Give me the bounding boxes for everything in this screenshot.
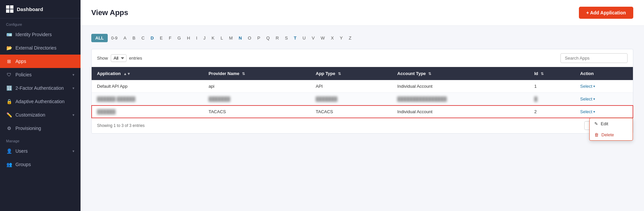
prov-icon: ⚙ (6, 125, 12, 131)
alpha-btn-O[interactable]: O (245, 34, 254, 42)
alpha-btn-M[interactable]: M (226, 34, 235, 42)
delete-menu-item[interactable]: 🗑Delete (590, 129, 633, 140)
sidebar-item-label-users: Users (15, 148, 28, 154)
twofa-icon: 🔢 (6, 85, 12, 91)
sort-icon-apptype: ⇅ (338, 72, 341, 76)
sidebar-item-label-adaptive-auth: Adaptive Authentication (15, 99, 64, 104)
alpha-btn-I[interactable]: I (193, 34, 200, 42)
main-content: View Apps + Add Application ALL 0-9ABCDE… (81, 0, 644, 211)
sort-icon-accounttype: ⇅ (428, 72, 431, 76)
alpha-btn-P[interactable]: P (255, 34, 263, 42)
col-application: Application ▲▼ (92, 67, 203, 80)
policy-icon: 🛡 (6, 72, 12, 78)
page-title: View Apps (91, 8, 128, 17)
sidebar-item-provisioning[interactable]: ⚙Provisioning (0, 122, 81, 135)
sidebar-item-label-provisioning: Provisioning (15, 126, 41, 131)
sidebar-item-label-apps: Apps (15, 59, 26, 64)
cell-app-type: API (310, 80, 392, 93)
col-id: Id ⇅ (529, 67, 575, 80)
select-link-1[interactable]: Select ▾ (580, 96, 595, 101)
alpha-btn-U[interactable]: U (300, 34, 308, 42)
alpha-btn-N[interactable]: N (236, 34, 244, 42)
cell-action: Select ▾✎Edit🗑Delete (575, 105, 633, 118)
delete-label: Delete (601, 132, 614, 137)
sidebar-item-customization[interactable]: ✏️Customization▾ (0, 108, 81, 122)
sidebar-item-policies[interactable]: 🛡Policies▾ (0, 68, 81, 81)
alpha-btn-K[interactable]: K (209, 34, 217, 42)
delete-icon: 🗑 (594, 132, 599, 137)
alpha-btn-T[interactable]: T (291, 34, 299, 42)
select-link-2[interactable]: Select ▾ (580, 109, 595, 114)
alpha-all-button[interactable]: ALL (91, 34, 108, 42)
alpha-btn-R[interactable]: R (273, 34, 282, 42)
table-showing-text: Showing 1 to 3 of 3 entries (97, 123, 145, 128)
alpha-btn-J[interactable]: J (201, 34, 208, 42)
sidebar: Dashboard Configure🪪Identity Providers📂E… (0, 0, 81, 211)
dir-icon: 📂 (6, 45, 12, 51)
alpha-btn-Y[interactable]: Y (337, 34, 346, 42)
sidebar-item-label-groups: Groups (15, 162, 31, 167)
alpha-btn-09[interactable]: 0-9 (108, 34, 120, 42)
cell-app-type: ███████ (310, 93, 392, 105)
sidebar-item-adaptive-auth[interactable]: 🔒Adaptive Authentication (0, 95, 81, 108)
sidebar-item-label-identity-providers: Identity Providers (15, 32, 52, 37)
alpha-btn-W[interactable]: W (318, 34, 328, 42)
entries-select[interactable]: All 10 25 50 (111, 54, 127, 62)
alpha-btn-Z[interactable]: Z (346, 34, 354, 42)
col-account-type: Account Type ⇅ (392, 67, 529, 80)
action-dropdown: ✎Edit🗑Delete (589, 118, 633, 141)
sidebar-section-label: Manage (0, 135, 81, 144)
alpha-btn-B[interactable]: B (130, 34, 138, 42)
id-icon: 🪪 (6, 31, 12, 38)
custom-icon: ✏️ (6, 112, 12, 118)
sidebar-item-label-external-directories: External Directories (15, 45, 56, 51)
alpha-btn-X[interactable]: X (328, 34, 337, 42)
alpha-btn-C[interactable]: C (139, 34, 147, 42)
alpha-btn-A[interactable]: A (121, 34, 129, 42)
show-entries: Show All 10 25 50 entries (97, 54, 142, 62)
cell-account-type: Individual Account (392, 105, 529, 118)
edit-icon: ✎ (594, 121, 598, 126)
alpha-btn-S[interactable]: S (282, 34, 291, 42)
sort-icon-provider: ⇅ (242, 72, 245, 76)
cell-account-type: Individual Account (392, 80, 529, 93)
alpha-btn-G[interactable]: G (175, 34, 184, 42)
alpha-btn-L[interactable]: L (218, 34, 226, 42)
edit-menu-item[interactable]: ✎Edit (590, 118, 633, 129)
cell-provider-name: TACACS (203, 105, 310, 118)
cell-action: Select ▾ (575, 93, 633, 105)
groups-icon: 👥 (6, 161, 12, 167)
alpha-btn-E[interactable]: E (157, 34, 165, 42)
col-provider-name: Provider Name ⇅ (203, 67, 310, 80)
sidebar-item-label-customization: Customization (15, 112, 45, 118)
sidebar-item-2fa[interactable]: 🔢2-Factor Authentication▾ (0, 81, 81, 95)
entries-label: entries (129, 56, 142, 61)
alpha-btn-V[interactable]: V (309, 34, 317, 42)
alpha-btn-H[interactable]: H (184, 34, 193, 42)
chevron-icon-2fa: ▾ (72, 86, 75, 90)
sidebar-item-users[interactable]: 👤Users▾ (0, 144, 81, 158)
table-footer: Showing 1 to 3 of 3 entries First Previo… (92, 118, 633, 133)
table-section: Show All 10 25 50 entries Applicati (91, 49, 633, 134)
sidebar-item-external-directories[interactable]: 📂External Directories (0, 41, 81, 55)
chevron-icon-users: ▾ (72, 149, 75, 153)
search-input[interactable] (560, 53, 628, 63)
add-application-button[interactable]: + Add Application (579, 7, 633, 19)
table-controls: Show All 10 25 50 entries (92, 49, 633, 67)
cell-id: 2 (529, 105, 575, 118)
chevron-icon-customization: ▾ (72, 113, 75, 117)
sidebar-section-label: Configure (0, 18, 81, 28)
sidebar-item-identity-providers[interactable]: 🪪Identity Providers (0, 28, 81, 41)
cell-provider-name: ███████ (203, 93, 310, 105)
show-label: Show (97, 56, 108, 61)
alpha-btn-F[interactable]: F (166, 34, 174, 42)
select-link-0[interactable]: Select ▾ (580, 84, 595, 89)
sidebar-item-groups[interactable]: 👥Groups (0, 158, 81, 171)
cell-id: █ (529, 93, 575, 105)
alpha-btn-D[interactable]: D (148, 34, 156, 42)
edit-label: Edit (601, 121, 608, 126)
alpha-btn-Q[interactable]: Q (263, 34, 272, 42)
sidebar-item-label-policies: Policies (15, 72, 32, 77)
sidebar-logo-text: Dashboard (17, 6, 43, 12)
sidebar-item-apps[interactable]: ⊞Apps (0, 55, 81, 68)
